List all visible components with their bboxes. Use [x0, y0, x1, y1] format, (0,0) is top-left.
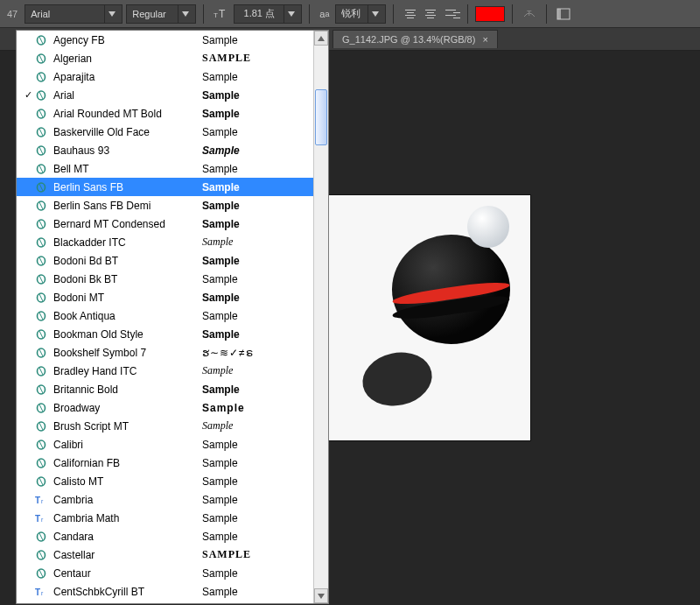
- font-list-item[interactable]: CalibriSample: [17, 435, 313, 454]
- font-sample-label: Sample: [202, 364, 233, 377]
- font-type-icon: [34, 236, 48, 249]
- font-sample-label: Sample: [202, 586, 238, 598]
- font-list-item[interactable]: Bradley Hand ITCSample: [17, 362, 313, 380]
- font-name-label: Arial: [53, 89, 202, 102]
- font-list-item[interactable]: Bookshelf Symbol 7ຮ∼≋✓≠ຣ: [17, 343, 313, 362]
- font-list-item[interactable]: Arial Rounded MT BoldSample: [17, 104, 313, 123]
- font-list-item[interactable]: Bodoni Bk BTSample: [17, 270, 313, 288]
- font-list-item[interactable]: Baskerville Old FaceSample: [17, 123, 313, 141]
- font-list-item[interactable]: Calisto MTSample: [17, 472, 313, 490]
- font-list-item[interactable]: Berlin Sans FB DemiSample: [17, 196, 313, 215]
- type-options-toolbar: 47 TT aa: [0, 0, 700, 28]
- font-sample-label: Sample: [202, 163, 238, 175]
- svg-text:T: T: [527, 9, 532, 18]
- font-list-item[interactable]: AlgerianSAMPLE: [17, 49, 313, 67]
- font-type-icon: [34, 53, 48, 65]
- anti-alias-dropdown-arrow[interactable]: [368, 5, 382, 23]
- font-list-item[interactable]: Berlin Sans FBSample: [17, 178, 313, 196]
- font-list-item[interactable]: TrCambria MathSample: [17, 509, 313, 527]
- font-sample-label: Sample: [202, 34, 238, 46]
- svg-text:T: T: [219, 8, 226, 20]
- font-list-item[interactable]: TrCentSchbkCyrill BTSample: [17, 582, 313, 601]
- font-name-label: Californian FB: [53, 457, 202, 469]
- font-list-item[interactable]: Bernard MT CondensedSample: [17, 215, 313, 233]
- font-sample-label: Sample: [202, 108, 240, 120]
- font-list-item[interactable]: AparajitaSample: [17, 67, 313, 86]
- align-center-button[interactable]: [421, 4, 440, 24]
- font-sample-label: SAMPLE: [202, 548, 251, 561]
- font-sample-label: Sample: [202, 126, 238, 138]
- font-list-item[interactable]: Bookman Old StyleSample: [17, 325, 313, 343]
- warp-text-button[interactable]: T: [520, 4, 539, 24]
- text-color-swatch[interactable]: [475, 6, 505, 22]
- font-list-item[interactable]: Brush Script MTSample: [17, 417, 313, 435]
- font-family-combo[interactable]: [24, 4, 122, 24]
- font-name-label: Broadway: [53, 402, 202, 414]
- font-list-item[interactable]: BroadwaySample: [17, 398, 313, 417]
- font-list[interactable]: Agency FBSampleAlgerianSAMPLEAparajitaSa…: [17, 31, 313, 603]
- font-list-item[interactable]: Agency FBSample: [17, 31, 313, 49]
- separator: [309, 4, 310, 24]
- font-size-combo[interactable]: [234, 4, 302, 24]
- scroll-thumb[interactable]: [315, 89, 327, 145]
- font-sample-label: Sample: [202, 328, 240, 341]
- align-left-button[interactable]: [401, 4, 420, 24]
- font-list-item[interactable]: Bodoni MTSample: [17, 288, 313, 306]
- font-size-dropdown-arrow[interactable]: [284, 5, 298, 23]
- font-list-item[interactable]: CandaraSample: [17, 527, 313, 545]
- document-image: [329, 195, 530, 440]
- font-name-label: Calibri: [53, 439, 202, 451]
- font-list-item[interactable]: Book AntiquaSample: [17, 306, 313, 325]
- font-name-label: Bradley Hand ITC: [53, 365, 202, 377]
- font-list-item[interactable]: Bell MTSample: [17, 159, 313, 178]
- align-right-button[interactable]: [441, 4, 460, 24]
- font-style-dropdown-arrow[interactable]: [178, 5, 192, 23]
- svg-text:T: T: [35, 514, 40, 524]
- font-size-input[interactable]: [234, 9, 284, 19]
- font-list-item[interactable]: TrCambriaSample: [17, 490, 313, 509]
- font-list-item[interactable]: CentaurSample: [17, 564, 313, 582]
- anti-alias-combo[interactable]: [335, 4, 386, 24]
- font-type-icon: [34, 457, 48, 469]
- font-family-input[interactable]: [25, 9, 104, 19]
- font-name-label: Candara: [53, 531, 202, 543]
- svg-text:r: r: [41, 517, 44, 523]
- font-list-item[interactable]: ✓ArialSample: [17, 86, 313, 104]
- font-family-dropdown-list[interactable]: Agency FBSampleAlgerianSAMPLEAparajitaSa…: [16, 30, 329, 604]
- font-sample-label: Sample: [202, 457, 238, 469]
- font-type-icon: [34, 218, 48, 230]
- font-list-item[interactable]: Britannic BoldSample: [17, 380, 313, 398]
- scroll-down-button[interactable]: [314, 588, 328, 603]
- font-list-item[interactable]: Blackadder ITCSample: [17, 233, 313, 251]
- font-type-icon: [34, 144, 48, 157]
- font-type-icon: [34, 439, 48, 451]
- font-type-icon: [34, 531, 48, 543]
- font-list-item[interactable]: Bodoni Bd BTSample: [17, 251, 313, 270]
- font-list-item[interactable]: Bauhaus 93Sample: [17, 141, 313, 159]
- document-tab[interactable]: G_1142.JPG @ 13.4%(RGB/8) ×: [332, 30, 498, 48]
- scrollbar[interactable]: [313, 31, 328, 603]
- font-style-input[interactable]: [127, 9, 178, 19]
- font-family-dropdown-arrow[interactable]: [104, 5, 118, 23]
- character-panel-button[interactable]: [554, 4, 573, 24]
- anti-alias-input[interactable]: [336, 9, 368, 19]
- svg-rect-4: [557, 9, 561, 19]
- scroll-up-button[interactable]: [314, 31, 328, 46]
- font-list-item[interactable]: Californian FBSample: [17, 454, 313, 472]
- svg-text:T: T: [214, 11, 218, 19]
- font-sample-label: Sample: [202, 236, 233, 249]
- font-list-item[interactable]: CastellarSAMPLE: [17, 545, 313, 564]
- close-tab-icon[interactable]: ×: [482, 34, 487, 45]
- font-type-icon: [34, 310, 48, 322]
- font-style-combo[interactable]: [126, 4, 196, 24]
- anti-alias-icon: aa: [317, 4, 332, 24]
- scroll-track[interactable]: [314, 46, 328, 588]
- font-name-label: Britannic Bold: [53, 383, 202, 396]
- font-type-icon: [34, 126, 48, 138]
- font-sample-label: Sample: [202, 494, 238, 506]
- font-type-icon: [34, 71, 48, 83]
- font-sample-label: Sample: [202, 273, 238, 285]
- font-name-label: Centaur: [53, 567, 202, 580]
- svg-text:r: r: [41, 498, 44, 504]
- font-type-icon: [34, 365, 48, 377]
